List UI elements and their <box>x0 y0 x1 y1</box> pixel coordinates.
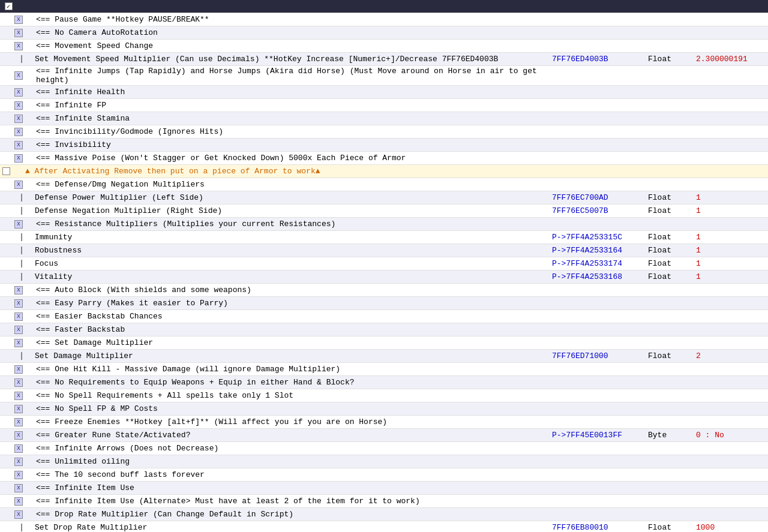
row-name: <== Auto Block (With shields and some we… <box>25 285 552 294</box>
row-xcheck[interactable] <box>12 71 25 80</box>
table-row: <== No Spell FP & MP Costs </div> <box>0 402 768 416</box>
row-name: <== No Spell Requirements + All spells t… <box>25 391 552 400</box>
table-row: <== Freeze Enemies **Hotkey [alt+f]** (W… <box>0 416 768 429</box>
table-row: <== No Spell Requirements + All spells t… <box>0 389 768 402</box>
row-name: Set Damage Multiplier <box>35 351 552 360</box>
row-xcheck[interactable] <box>12 444 25 453</box>
row-xcheck[interactable] <box>12 431 25 440</box>
row-value: 2 <box>696 351 768 360</box>
row-xcheck[interactable] <box>12 101 25 110</box>
row-name: <== Infinite Stamina <box>25 114 552 123</box>
row-checkbox[interactable] <box>21 55 22 63</box>
cheat-table: <== Pause Game **Hotkey PAUSE/BREAK** </… <box>0 0 768 532</box>
row-xcheck[interactable] <box>12 497 25 506</box>
table-row: Set Drop Rate Multiplier 7FF76EB80010 Fl… <box>0 521 768 532</box>
row-checkbox[interactable] <box>2 167 10 175</box>
row-checkbox[interactable] <box>21 207 22 215</box>
row-xcheck[interactable] <box>12 378 25 387</box>
row-address: P->7FF4A2533168 <box>552 272 648 281</box>
table-row: Robustness P->7FF4A2533164 Float 1 <box>0 244 768 257</box>
row-name: <== Faster Backstab <box>25 325 552 334</box>
row-name: Immunity <box>35 233 552 242</box>
row-name: <== Massive Poise (Won't Stagger or Get … <box>25 154 552 163</box>
row-check-col <box>0 352 22 360</box>
row-xcheck[interactable] <box>12 510 25 519</box>
title-row <box>0 0 768 13</box>
row-xcheck[interactable] <box>12 405 25 413</box>
table-row: <== Unlimited oiling </div> <box>0 455 768 468</box>
row-name: Robustness <box>35 246 552 255</box>
row-checkbox[interactable] <box>21 233 22 241</box>
row-xcheck[interactable] <box>12 88 25 97</box>
table-row: <== The 10 second buff lasts forever </d… <box>0 468 768 482</box>
row-xcheck[interactable] <box>12 418 25 426</box>
table-row: <== No Requirements to Equip Weapons + E… <box>0 376 768 389</box>
row-xcheck[interactable] <box>12 484 25 492</box>
row-xcheck[interactable] <box>12 220 25 229</box>
row-name: <== Infinite Item Use (Alternate> Must h… <box>25 497 552 506</box>
table-row: <== Defense/Dmg Negation Multipliers </d… <box>0 178 768 191</box>
row-xcheck[interactable] <box>12 29 25 37</box>
row-type: Float <box>648 259 696 268</box>
row-address: P->7FF4A2533174 <box>552 259 648 268</box>
row-xcheck[interactable] <box>12 115 25 123</box>
table-row: Immunity P->7FF4A253315C Float 1 <box>0 231 768 244</box>
row-value: 1 <box>696 246 768 255</box>
table-row: Vitality P->7FF4A2533168 Float 1 <box>0 270 768 284</box>
title-checkbox[interactable] <box>5 2 13 10</box>
row-xcheck[interactable] <box>12 154 25 163</box>
row-xcheck[interactable] <box>12 326 25 334</box>
row-name: Defense Power Multiplier (Left Side) <box>35 193 552 202</box>
row-address: 7FF76EC700AD <box>552 193 648 202</box>
row-xcheck[interactable] <box>12 181 25 189</box>
row-checkbox[interactable] <box>21 524 22 531</box>
row-name: Vitality <box>35 272 552 281</box>
row-name: Set Drop Rate Multiplier <box>35 523 552 532</box>
table-row: Defense Negation Multiplier (Right Side)… <box>0 205 768 218</box>
row-xcheck[interactable] <box>12 299 25 308</box>
row-xcheck[interactable] <box>12 128 25 136</box>
row-name: <== Infinite Jumps (Tap Rapidly) and Hor… <box>25 67 552 85</box>
table-row: ▲ After Activating Remove then put on a … <box>0 165 768 178</box>
table-row: <== Invisibility </div> <box>0 139 768 152</box>
row-check-col <box>0 194 22 202</box>
row-name: <== No Requirements to Equip Weapons + E… <box>25 378 552 387</box>
row-check-col <box>0 55 22 63</box>
row-xcheck[interactable] <box>12 458 25 466</box>
row-name: <== Infinite Item Use <box>25 483 552 492</box>
row-name: <== Invisibility <box>25 140 552 149</box>
row-checkbox[interactable] <box>21 260 22 267</box>
row-checkbox[interactable] <box>21 352 22 360</box>
row-xcheck[interactable] <box>12 392 25 400</box>
table-row: <== Infinite FP </div> <box>0 99 768 112</box>
table-row: <== Easier Backstab Chances </div> <box>0 310 768 323</box>
row-value: 2.300000191 <box>696 55 768 64</box>
row-name: ▲ After Activating Remove then put on a … <box>25 167 552 176</box>
row-checkbox[interactable] <box>21 194 22 202</box>
table-row: Set Movement Speed Multiplier (Can use D… <box>0 53 768 66</box>
row-xcheck[interactable] <box>12 141 25 149</box>
table-row: Defense Power Multiplier (Left Side) 7FF… <box>0 191 768 205</box>
row-type: Float <box>648 193 696 202</box>
row-xcheck[interactable] <box>12 471 25 479</box>
row-xcheck[interactable] <box>12 42 25 50</box>
row-xcheck[interactable] <box>12 286 25 294</box>
row-type: Float <box>648 55 696 64</box>
row-check-col <box>0 273 22 281</box>
row-checkbox[interactable] <box>21 273 22 281</box>
row-xcheck[interactable] <box>12 312 25 321</box>
table-row: <== Easy Parry (Makes it easier to Parry… <box>0 297 768 310</box>
row-type: Float <box>648 351 696 360</box>
row-check-col <box>0 207 22 215</box>
row-address: 7FF76EB80010 <box>552 523 648 532</box>
row-name: <== Infinite Health <box>25 88 552 97</box>
row-xcheck[interactable] <box>12 16 25 24</box>
row-type: Float <box>648 523 696 532</box>
row-type: Byte <box>648 431 696 440</box>
row-xcheck[interactable] <box>12 339 25 347</box>
row-xcheck[interactable] <box>12 365 25 374</box>
table-row: Focus P->7FF4A2533174 Float 1 <box>0 257 768 270</box>
row-checkbox[interactable] <box>21 247 22 254</box>
table-row: <== Infinite Arrows (Does not Decrease) … <box>0 442 768 455</box>
table-row: <== Resistance Multipliers (Multiplies y… <box>0 218 768 231</box>
